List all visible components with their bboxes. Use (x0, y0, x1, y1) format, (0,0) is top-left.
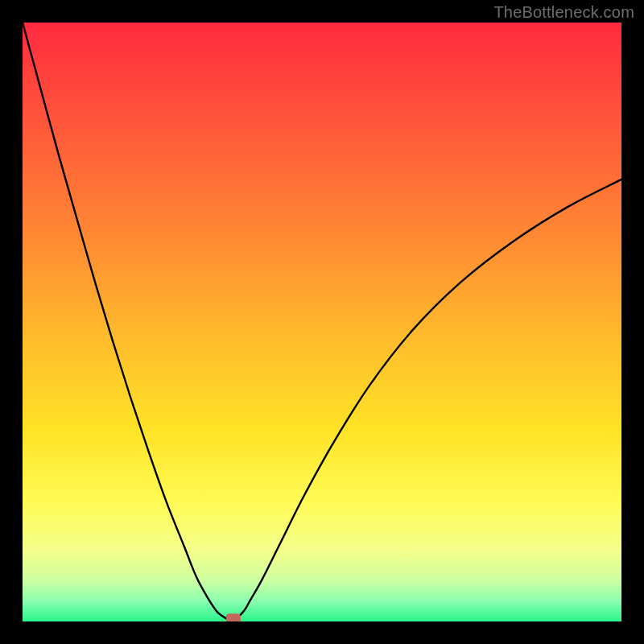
outer-frame: TheBottleneck.com (0, 0, 644, 644)
chart-background (23, 23, 621, 621)
watermark-text: TheBottleneck.com (493, 3, 634, 22)
curve-minimum-marker (226, 613, 241, 621)
chart-plot-area (23, 23, 621, 621)
chart-svg (23, 23, 621, 621)
